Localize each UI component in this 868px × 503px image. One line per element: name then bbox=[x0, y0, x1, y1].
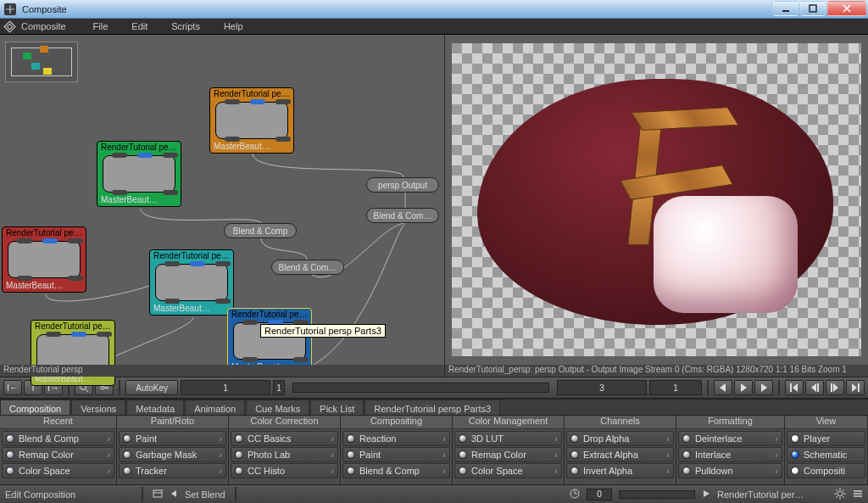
tl-frame-field-a[interactable]: 1 bbox=[181, 380, 270, 395]
status-clock-icon bbox=[570, 489, 580, 500]
tab-versions[interactable]: Versions bbox=[71, 400, 125, 415]
svg-line-34 bbox=[843, 496, 844, 498]
app-icon bbox=[3, 3, 17, 16]
palette-item-label: Remap Color bbox=[19, 450, 74, 460]
palette-item[interactable]: Remap Color› bbox=[2, 447, 114, 462]
transport-play-button[interactable] bbox=[734, 380, 753, 395]
palette-item[interactable]: Reaction› bbox=[342, 431, 450, 446]
menu-scripts[interactable]: Scripts bbox=[159, 21, 212, 31]
pill-node[interactable]: Blend & Com… bbox=[366, 208, 439, 223]
tab-metadata[interactable]: Metadata bbox=[126, 400, 184, 415]
timeline-toolbar: I← I I→ AutoKey 1 1 3 1 bbox=[0, 377, 868, 399]
node-title: RenderTutorial persp … bbox=[228, 309, 311, 321]
palette-item[interactable]: Garbage Mask› bbox=[119, 447, 226, 462]
palette-item[interactable]: Invert Alpha› bbox=[566, 463, 674, 478]
node-orange[interactable]: RenderTutorial persp …MasterBeaut… bbox=[209, 87, 294, 154]
palette-item[interactable]: Remap Color› bbox=[454, 447, 562, 462]
preview-viewport[interactable] bbox=[452, 43, 861, 356]
tab-pick-list[interactable]: Pick List bbox=[310, 400, 364, 415]
palette-item[interactable]: Pulldown› bbox=[678, 463, 782, 478]
status-menu-icon[interactable] bbox=[853, 489, 863, 500]
palette-item[interactable]: Interlace› bbox=[678, 447, 782, 462]
status-play-icon[interactable] bbox=[702, 489, 710, 500]
palette-col-channels: ChannelsDrop Alpha›Extract Alpha›Invert … bbox=[565, 416, 676, 484]
palette-item-label: Garbage Mask bbox=[136, 450, 197, 460]
palette-item[interactable]: Paint› bbox=[342, 447, 450, 462]
bullet-icon bbox=[123, 434, 131, 443]
status-time-field[interactable]: 0 bbox=[587, 489, 612, 500]
palette-item[interactable]: Deinterlace› bbox=[678, 431, 782, 446]
palette-item-label: Extract Alpha bbox=[583, 450, 638, 460]
palette-col-color-correction: Color CorrectionCC Basics›Photo Lab›CC H… bbox=[229, 416, 341, 484]
chevron-right-icon: › bbox=[554, 433, 558, 444]
tl-frame-field-a2[interactable]: 1 bbox=[273, 380, 285, 395]
palette-item[interactable]: Extract Alpha› bbox=[566, 447, 674, 462]
svg-marker-12 bbox=[761, 383, 767, 392]
timeline-track[interactable] bbox=[292, 383, 549, 393]
window-close-button[interactable] bbox=[827, 1, 866, 16]
palette-item[interactable]: CC Histo› bbox=[231, 463, 338, 478]
svg-rect-17 bbox=[831, 383, 832, 392]
palette-item-label: Remap Color bbox=[471, 450, 526, 460]
tab-cue-marks[interactable]: Cue Marks bbox=[246, 400, 309, 415]
svg-rect-13 bbox=[790, 383, 792, 392]
palette-item[interactable]: CC Basics› bbox=[231, 431, 338, 446]
palette-item[interactable]: 3D LUT› bbox=[454, 431, 562, 446]
pill-node[interactable]: Blend & Comp bbox=[224, 223, 297, 238]
palette-item[interactable]: Color Space› bbox=[454, 463, 562, 478]
palette-col-head: Color Correction bbox=[229, 416, 340, 429]
autokey-button[interactable]: AutoKey bbox=[125, 380, 178, 395]
preview-panel[interactable]: RenderTutorial_persp: persp Output - Out… bbox=[445, 35, 868, 377]
tab-animation[interactable]: Animation bbox=[185, 400, 245, 415]
schematic-footer: RenderTutorial persp bbox=[0, 365, 444, 377]
transport-next-button[interactable] bbox=[754, 380, 773, 395]
palette-item[interactable]: Blend & Comp› bbox=[2, 431, 114, 446]
svg-line-33 bbox=[836, 489, 837, 491]
view-radio-schematic[interactable]: Schematic bbox=[787, 447, 865, 462]
transport-last-button[interactable] bbox=[846, 380, 865, 395]
status-action-icon[interactable] bbox=[153, 489, 163, 500]
tab-composition[interactable]: Composition bbox=[0, 400, 70, 415]
chevron-right-icon: › bbox=[775, 466, 778, 476]
transport-stepback-button[interactable] bbox=[805, 380, 824, 395]
palette-item[interactable]: Blend & Comp› bbox=[342, 463, 450, 478]
palette-item[interactable]: Photo Lab› bbox=[231, 447, 338, 462]
main-area: RenderTutorial persp …MasterBeaut…Render… bbox=[0, 35, 868, 377]
status-set-blend[interactable]: Set Blend bbox=[185, 489, 225, 500]
menu-edit[interactable]: Edit bbox=[120, 21, 159, 31]
node-red[interactable]: RenderTutorial persp …MasterBeaut… bbox=[2, 226, 86, 293]
view-radio-compositi[interactable]: Compositi bbox=[787, 463, 865, 478]
window-maximize-button[interactable] bbox=[800, 1, 826, 16]
chevron-right-icon: › bbox=[331, 433, 334, 444]
bullet-icon bbox=[459, 450, 467, 459]
chevron-right-icon: › bbox=[775, 450, 778, 460]
pill-node[interactable]: persp Output bbox=[366, 177, 439, 193]
menu-file[interactable]: File bbox=[81, 21, 120, 31]
tl-mark-in-button[interactable]: I← bbox=[3, 380, 22, 395]
node-green[interactable]: RenderTutorial persp …MasterBeaut… bbox=[97, 141, 181, 207]
transport-prev-button[interactable] bbox=[714, 380, 732, 395]
menu-help[interactable]: Help bbox=[212, 21, 255, 31]
schematic-panel[interactable]: RenderTutorial persp …MasterBeaut…Render… bbox=[0, 35, 445, 377]
node-title: RenderTutorial persp … bbox=[3, 227, 86, 239]
palette-item-label: Reaction bbox=[359, 433, 396, 444]
palette-item[interactable]: Color Space› bbox=[2, 463, 114, 478]
status-gear-icon[interactable] bbox=[834, 488, 846, 501]
palette-col-view: ViewPlayerSchematicCompositi bbox=[785, 416, 868, 484]
view-radio-player[interactable]: Player bbox=[787, 431, 865, 446]
tab-context[interactable]: RenderTutorial persp Parts3 bbox=[364, 400, 500, 415]
status-back-icon[interactable] bbox=[170, 489, 178, 500]
transport-stepfwd-button[interactable] bbox=[826, 380, 844, 395]
palette-item[interactable]: Tracker› bbox=[119, 463, 226, 478]
tl-frame-field-b2[interactable]: 1 bbox=[649, 380, 702, 395]
pill-node[interactable]: Blend & Com… bbox=[271, 260, 344, 275]
node-teal[interactable]: RenderTutorial persp …MasterBeaut… bbox=[149, 249, 234, 316]
status-right-label[interactable]: RenderTutorial per… bbox=[717, 489, 827, 500]
window-minimize-button[interactable] bbox=[773, 1, 798, 16]
tl-frame-field-b[interactable]: 3 bbox=[557, 380, 647, 395]
palette-col-head: Color Management bbox=[453, 416, 564, 429]
palette-item[interactable]: Paint› bbox=[119, 431, 226, 446]
transport-first-button[interactable] bbox=[785, 380, 804, 395]
palette-item[interactable]: Drop Alpha› bbox=[566, 431, 674, 446]
node-footer: MasterBeaut… bbox=[3, 280, 86, 292]
